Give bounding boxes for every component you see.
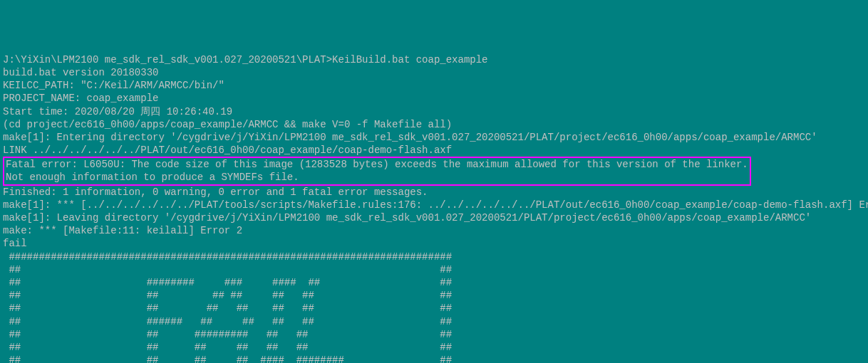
error-line: Not enough information to produce a SYMD… [6, 171, 748, 184]
terminal-line: J:\YiXin\LPM2100 me_sdk_rel_sdk_v001.027… [3, 53, 865, 66]
terminal-line: fail [3, 237, 865, 250]
error-line: Fatal error: L6050U: The code size of th… [6, 158, 748, 171]
terminal-output: J:\YiXin\LPM2100 me_sdk_rel_sdk_v001.027… [3, 53, 865, 363]
ascii-art-line: ## ## ######### ## ## ## [3, 328, 865, 341]
terminal-line: LINK ../../../../../../PLAT/out/ec616_0h… [3, 144, 865, 157]
ascii-art-line: ## ## [3, 263, 865, 276]
terminal-line: make: *** [Makefile:11: keilall] Error 2 [3, 224, 865, 237]
terminal-line: KEILCC_PATH: "C:/Keil/ARM/ARMCC/bin/" [3, 79, 865, 92]
error-highlight-box: Fatal error: L6050U: The code size of th… [3, 157, 751, 185]
ascii-art-line: ########################################… [3, 251, 865, 263]
terminal-line: make[1]: Leaving directory '/cygdrive/j/… [3, 211, 865, 224]
terminal-line: Start time: 2020/08/20 周四 10:26:40.19 [3, 105, 865, 118]
ascii-art-line: ## ## ## ## ## ## ## [3, 302, 865, 315]
ascii-art-line: ## ## ## ## #### ######## ## [3, 354, 865, 363]
ascii-art-line: ## ## ## ## ## ## ## [3, 289, 865, 302]
terminal-line: make[1]: Entering directory '/cygdrive/j… [3, 131, 865, 144]
terminal-line: PROJECT_NAME: coap_example [3, 92, 865, 105]
ascii-art-line: ## ###### ## ## ## ## ## [3, 315, 865, 328]
terminal-line: (cd project/ec616_0h00/apps/coap_example… [3, 118, 865, 131]
ascii-art-line: ## ## ## ## ## ## ## [3, 341, 865, 354]
terminal-line: Finished: 1 information, 0 warning, 0 er… [3, 186, 865, 199]
terminal-line: make[1]: *** [../../../../../../PLAT/too… [3, 199, 865, 211]
terminal-line: build.bat version 20180330 [3, 66, 865, 79]
ascii-art-line: ## ######## ### #### ## ## [3, 276, 865, 289]
